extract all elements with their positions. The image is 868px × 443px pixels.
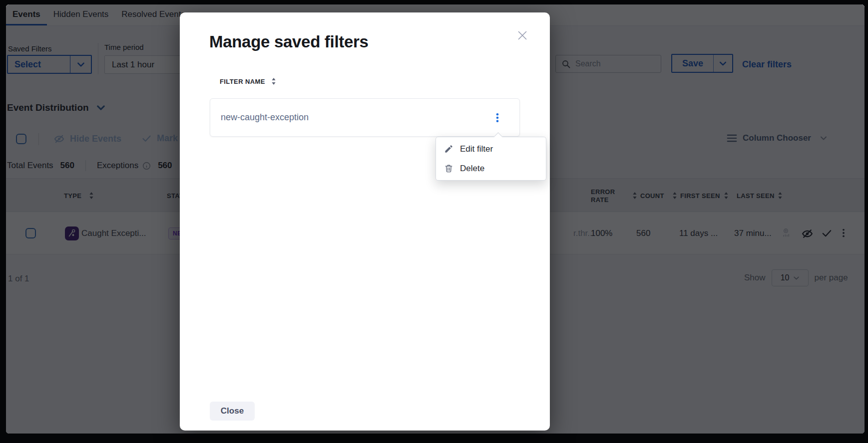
modal-title: Manage saved filters [209,32,369,51]
delete-label: Delete [460,164,484,174]
filter-actions-menu: Edit filter Delete [435,137,546,181]
saved-filter-row: new-caught-exception [210,98,520,137]
pencil-icon [444,144,453,154]
kebab-menu-icon[interactable] [491,112,503,124]
filter-name-column-header[interactable]: FILTER NAME [220,77,276,85]
sort-arrows-icon [271,77,276,85]
menu-item-delete[interactable]: Delete [436,159,546,178]
edit-filter-label: Edit filter [460,144,493,154]
close-icon[interactable] [515,28,529,42]
trash-icon [444,164,453,173]
close-button[interactable]: Close [210,402,255,421]
menu-item-edit-filter[interactable]: Edit filter [436,139,546,159]
saved-filter-name: new-caught-exception [210,112,309,123]
manage-saved-filters-modal: Manage saved filters FILTER NAME new-cau… [180,12,550,431]
filter-name-header-label: FILTER NAME [220,78,265,85]
